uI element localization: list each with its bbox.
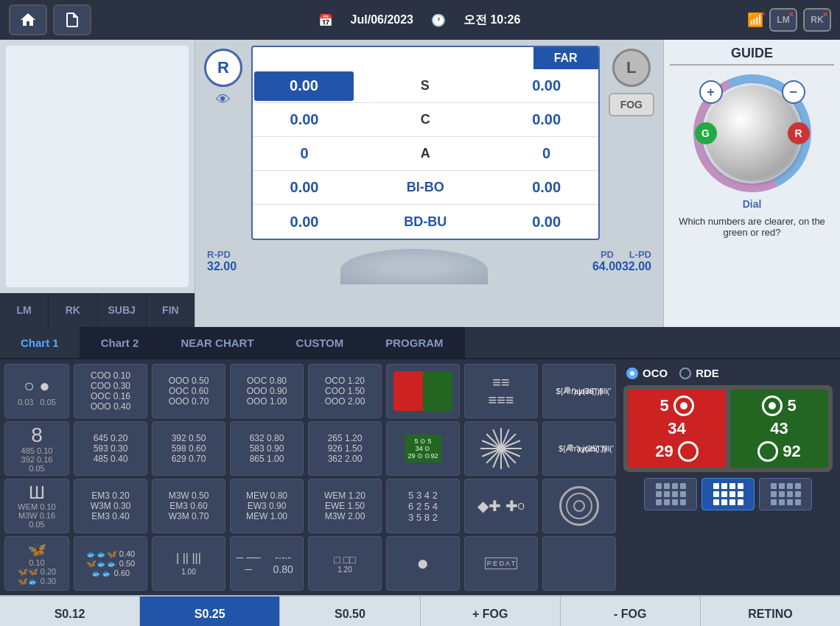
home-button[interactable] [9,4,47,35]
grid-button-2[interactable] [701,478,755,510]
dial-r-button[interactable]: R [788,122,810,144]
rx-c-left: 0.00 [253,111,356,128]
chart-col-3: OOO 0.50 OOC 0.60 OOO 0.70 392 0.50 598 … [152,364,225,591]
chart-cell-w[interactable]: Ш WEM 0.10 M3W 0.16 0.05 [4,479,69,533]
lm-button[interactable]: LM ✕ [769,8,797,32]
chart-cell-em3[interactable]: EM3 0.20 W3M 0.30 EM3 0.40 [74,479,147,533]
lpd-value: 32.00 [622,260,651,273]
chart-content: ○ ● 0.03 0.05 8 485 0.10 392 0.16 0.05 Ш… [0,359,840,595]
rx-a-left: 0 [253,145,356,162]
rde-option[interactable]: RDE [679,367,719,379]
chart-cell-ooo-2[interactable]: OOO 0.50 OOC 0.60 OOO 0.70 [152,364,225,418]
s025-button[interactable]: S0.25 [140,597,280,626]
chart-cell-ooc-3[interactable]: OOC 0.80 OOO 0.90 OOO 1.00 [230,364,304,418]
chart-col-7: ≡≡ ≡≡≡ ◆ ✚ ✚ [464,364,538,591]
oco-rde-row: OCO RDE [620,364,836,382]
oco-radio[interactable] [626,367,638,379]
chart-tabs: Chart 1 Chart 2 NEAR CHART CUSTOM PROGRA… [0,327,840,359]
chart-cell-m3w[interactable]: M3W 0.50 EM3 0.60 W3M 0.70 [152,479,225,533]
rde-radio[interactable] [679,367,691,379]
oco-label: OCO [643,367,668,379]
chart-cell-oco-4[interactable]: OCO 1.20 COO 1.50 OOO 2.00 [308,364,382,418]
s012-button[interactable]: S0.12 [0,597,140,626]
chart-cell-392[interactable]: 392 0.50 598 0.60 629 0.70 [152,421,225,476]
rx-a-label: A [356,146,495,161]
chart-cell-numbers-rg[interactable]: 5 ⊙ 5 34 ⊙ 29 ⊙ ⊙92 [386,421,460,476]
chart-cell-rect[interactable]: □ □□ 1.20 [308,536,382,591]
tab-near-chart[interactable]: NEAR CHART [160,327,275,358]
chart-cell-circle-target[interactable] [542,479,616,533]
chart-cell-lines[interactable]: ≡≡ ≡≡≡ [464,364,538,418]
bottom-buttons [620,475,836,513]
dial-plus-button[interactable]: + [699,80,723,104]
chart-cell-mew[interactable]: MEW 0.80 EW3 0.90 MEW 1.00 [230,479,304,533]
chart-cell-dash-line[interactable]: ─ ── ─ -·-·- 0.80 [230,536,304,591]
rx-s-left[interactable]: 0.00 [254,71,354,101]
l-eye-button[interactable]: L [612,49,651,87]
r-eye-button[interactable]: R [204,49,242,87]
chart-cell-color-rg[interactable] [386,364,460,418]
left-panel: LM RK SUBJ FIN [0,40,195,327]
plus-fog-button[interactable]: + FOG [421,597,561,626]
grid-button-1[interactable] [644,478,697,510]
rk-x-mark: ✕ [822,11,828,18]
preview-red-29: 29 [655,442,673,461]
chart-cell-fish-1[interactable]: 🐟🐟🦋 0.40 🦋🐟🐟 0.50 🐟🐟 0.60 [74,536,147,591]
preview-red-panel: 5 34 29 [628,390,726,468]
retino-button[interactable]: RETINO [701,597,840,626]
preview-green-row1: 5 [762,395,796,416]
dial-minus-button[interactable]: − [782,80,805,104]
chart-cell-butterfly[interactable]: 🦋 0.10 🦋🦋 0.20 🦋🐟 0.30 [4,536,69,591]
chart-cell-ring[interactable]: ○ ● 0.03 0.05 [4,364,69,418]
s050-button[interactable]: S0.50 [280,597,420,626]
tab-chart1[interactable]: Chart 1 [0,327,80,358]
chart-cell-coo-1[interactable]: COO 0.10 COO 0.30 OOC 0.16 OOO 0.40 [74,364,147,418]
top-bar-right: 📶✕ LM ✕ RK ✕ [747,8,831,32]
nav-rk[interactable]: RK [49,293,97,327]
chart-cell-632[interactable]: 632 0.80 583 0.90 865 1.00 [230,421,304,476]
nav-subj[interactable]: SUBJ [98,293,147,327]
rk-button[interactable]: RK ✕ [803,8,831,32]
lpd-label: L-PD [622,249,651,260]
chart-cell-dots-grid-2[interactable]: ${Array(25).fill('').join('')} [542,421,616,476]
chart-cell-5342[interactable]: 5 3 4 2 6 2 5 4 3 5 8 2 [386,479,460,533]
lm-x-mark: ✕ [788,11,794,18]
fog-button[interactable]: FOG [609,93,654,116]
chart-cell-empty[interactable] [542,536,616,591]
rx-bibo-right: 0.00 [495,179,598,196]
preview-green-panel: 5 43 92 [730,390,828,468]
chart-cell-645[interactable]: 645 0.20 593 0.30 485 0.40 [74,421,147,476]
chart-cell-8[interactable]: 8 485 0.10 392 0.16 0.05 [4,421,69,476]
chart-cell-wem[interactable]: WEM 1.20 EWE 1.50 M3W 2.00 [308,479,382,533]
chart-cell-starburst[interactable] [464,421,538,476]
chart-cell-265[interactable]: 265 1.20 926 1.50 362 2.00 [308,421,382,476]
left-content [6,46,189,287]
nav-fin[interactable]: FIN [147,293,195,327]
oco-option[interactable]: OCO [626,367,668,379]
dial-g-button[interactable]: G [695,122,717,144]
top-bar-left [9,4,91,35]
rx-bibo-label: BI-BO [356,180,495,195]
tab-program[interactable]: PROGRAM [365,327,464,358]
chart-col-4: OOC 0.80 OOO 0.90 OOO 1.00 632 0.80 583 … [230,364,304,591]
tab-chart2[interactable]: Chart 2 [80,327,161,358]
chart-cell-bars[interactable]: | || ||| 1.00 [152,536,225,591]
rx-header: FAR [253,47,598,69]
top-bar-center: 📅 Jul/06/2023 🕐 오전 10:26 [318,13,521,28]
rx-bibo-left: 0.00 [253,179,356,196]
tab-custom[interactable]: CUSTOM [276,327,365,358]
chart-cell-dots-grid[interactable]: ${Array(36).fill('').join('')} [542,364,616,418]
chart-cell-dot[interactable]: ● [386,536,460,591]
chart-cell-pedat[interactable]: P E D A T [464,536,538,591]
nav-lm[interactable]: LM [0,293,49,327]
chart-col-1: ○ ● 0.03 0.05 8 485 0.10 392 0.16 0.05 Ш… [4,364,69,591]
chart-cell-cross-plus[interactable]: ◆ ✚ ✚ O [464,479,538,533]
minus-fog-button[interactable]: - FOG [561,597,701,626]
grid-button-3[interactable] [759,478,812,510]
file-button[interactable] [53,4,91,35]
rpd-label: R-PD [207,249,237,260]
chart-col-6: 5 ⊙ 5 34 ⊙ 29 ⊙ ⊙92 5 3 4 2 6 2 5 4 3 5 … [386,364,460,591]
pd-label: PD [592,249,622,260]
far-button[interactable]: FAR [533,47,598,69]
preview-red-5: 5 [659,396,668,415]
